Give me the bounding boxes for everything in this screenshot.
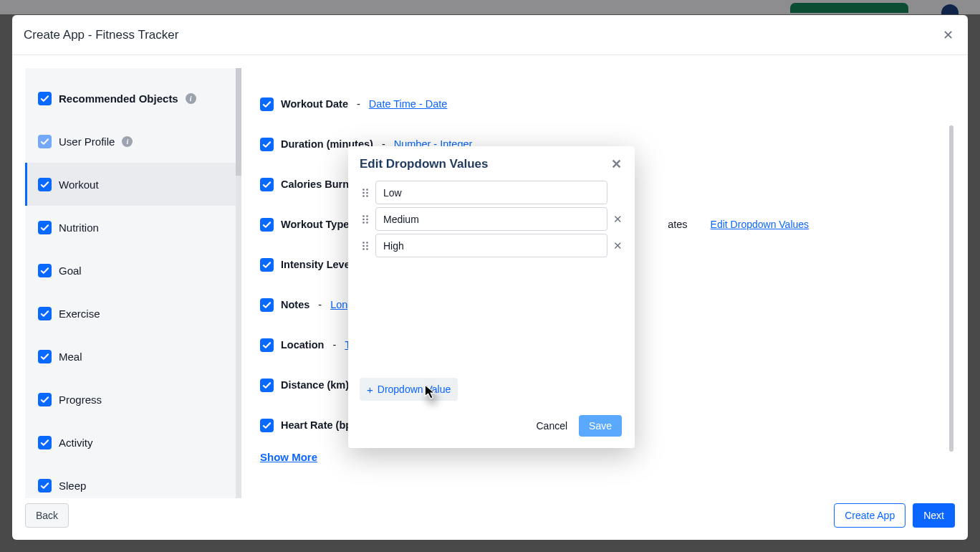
field-type-link[interactable]: Date Time - Date xyxy=(369,98,448,110)
modal-footer: Back Create App Next xyxy=(25,500,955,531)
svg-point-5 xyxy=(366,195,368,197)
svg-point-7 xyxy=(366,215,368,217)
checkbox-icon[interactable] xyxy=(38,178,52,191)
main-scrollbar-track[interactable] xyxy=(948,68,955,498)
svg-point-1 xyxy=(366,189,368,191)
popup-header: Edit Dropdown Values ✕ xyxy=(348,146,635,176)
truncated-text: ates xyxy=(668,219,687,230)
sidebar-item-label: Recommended Objects xyxy=(59,92,178,105)
svg-point-14 xyxy=(362,244,365,247)
sidebar-item-label: Exercise xyxy=(59,308,100,320)
svg-point-0 xyxy=(362,189,365,191)
sidebar-item-recommended-objects[interactable]: Recommended Objectsi xyxy=(25,77,241,120)
sidebar-item-exercise[interactable]: Exercise xyxy=(25,292,241,335)
checkbox-icon[interactable] xyxy=(38,221,52,234)
popup-footer: Cancel Save xyxy=(348,401,635,448)
checkbox-icon[interactable] xyxy=(38,135,52,148)
checkbox-icon[interactable] xyxy=(38,264,52,277)
popup-close-icon[interactable]: ✕ xyxy=(611,156,622,172)
checkbox-icon[interactable] xyxy=(38,92,52,105)
svg-point-6 xyxy=(362,215,365,217)
svg-point-9 xyxy=(366,218,368,220)
back-button[interactable]: Back xyxy=(25,503,69,528)
next-button[interactable]: Next xyxy=(913,503,955,528)
info-icon[interactable]: i xyxy=(122,136,133,147)
dropdown-value-input[interactable] xyxy=(375,234,607,257)
sidebar-item-meal[interactable]: Meal xyxy=(25,335,241,378)
drag-handle-icon[interactable] xyxy=(360,188,371,198)
edit-dropdown-popup: Edit Dropdown Values ✕ ✕✕✕ + Dropdown Va… xyxy=(348,146,635,448)
plus-icon: + xyxy=(367,384,373,395)
modal-header: Create App - Fitness Tracker ✕ xyxy=(12,15,968,55)
field-checkbox[interactable] xyxy=(260,97,274,111)
footer-right-actions: Create App Next xyxy=(834,503,955,528)
objects-sidebar: Recommended ObjectsiUser ProfileiWorkout… xyxy=(25,68,241,498)
sidebar-item-label: Meal xyxy=(59,351,82,363)
modal-title: Create App - Fitness Tracker xyxy=(24,28,178,42)
main-scrollbar-thumb[interactable] xyxy=(949,125,953,452)
close-icon[interactable]: ✕ xyxy=(943,27,953,43)
field-checkbox[interactable] xyxy=(260,218,274,232)
sidebar-scrollbar-thumb[interactable] xyxy=(236,68,241,176)
svg-point-8 xyxy=(362,218,365,220)
field-checkbox[interactable] xyxy=(260,178,274,191)
field-checkbox[interactable] xyxy=(260,338,274,352)
checkbox-icon[interactable] xyxy=(38,479,52,492)
sidebar-item-label: User Profile xyxy=(59,135,115,148)
checkbox-icon[interactable] xyxy=(38,436,52,449)
add-dropdown-value-button[interactable]: + Dropdown Value xyxy=(360,378,458,401)
dropdown-value-input[interactable] xyxy=(375,207,607,231)
sidebar-item-label: Activity xyxy=(59,437,93,449)
field-checkbox[interactable] xyxy=(260,379,274,392)
field-name-label: Workout Date xyxy=(281,98,348,110)
dropdown-value-row: ✕ xyxy=(360,181,623,204)
show-more-link[interactable]: Show More xyxy=(260,451,936,463)
sidebar-item-user-profile[interactable]: User Profilei xyxy=(25,120,241,163)
checkbox-icon[interactable] xyxy=(38,393,52,406)
svg-point-13 xyxy=(366,242,368,244)
sidebar-item-goal[interactable]: Goal xyxy=(25,249,241,292)
sidebar-item-label: Nutrition xyxy=(59,222,99,234)
sidebar-item-progress[interactable]: Progress xyxy=(25,378,241,421)
separator: - xyxy=(318,299,322,310)
field-checkbox[interactable] xyxy=(260,419,274,432)
save-button[interactable]: Save xyxy=(579,415,622,437)
checkbox-icon[interactable] xyxy=(38,350,52,363)
dropdown-value-input[interactable] xyxy=(375,181,607,204)
dropdown-value-row: ✕ xyxy=(360,234,623,257)
sidebar-item-workout[interactable]: Workout xyxy=(25,163,241,206)
field-name-label: Distance (km) xyxy=(281,379,349,391)
field-checkbox[interactable] xyxy=(260,258,274,272)
remove-value-icon[interactable]: ✕ xyxy=(612,213,623,226)
cancel-button[interactable]: Cancel xyxy=(536,420,567,432)
svg-point-2 xyxy=(362,191,365,194)
separator: - xyxy=(332,339,336,351)
popup-title: Edit Dropdown Values xyxy=(360,157,488,171)
sidebar-item-nutrition[interactable]: Nutrition xyxy=(25,206,241,249)
svg-point-12 xyxy=(362,242,365,244)
svg-point-17 xyxy=(366,248,368,250)
sidebar-item-label: Sleep xyxy=(59,480,86,492)
field-checkbox[interactable] xyxy=(260,298,274,312)
sidebar-item-label: Progress xyxy=(59,394,102,406)
svg-point-3 xyxy=(366,191,368,194)
popup-spacer xyxy=(348,257,635,378)
field-name-label: Intensity Level xyxy=(281,259,353,270)
svg-point-10 xyxy=(362,222,365,224)
sidebar-item-activity[interactable]: Activity xyxy=(25,421,241,464)
separator: - xyxy=(357,98,360,110)
field-checkbox[interactable] xyxy=(260,138,274,151)
drag-handle-icon[interactable] xyxy=(360,214,371,224)
checkbox-icon[interactable] xyxy=(38,307,52,320)
field-name-label: Location xyxy=(281,339,324,351)
edit-dropdown-values-link[interactable]: Edit Dropdown Values xyxy=(711,219,809,230)
drag-handle-icon[interactable] xyxy=(360,241,371,251)
field-row: Workout Date - Date Time - Date xyxy=(260,84,936,124)
create-app-button[interactable]: Create App xyxy=(834,503,905,528)
sidebar-scrollbar-track[interactable] xyxy=(236,68,241,498)
sidebar-item-label: Goal xyxy=(59,265,82,277)
sidebar-item-label: Workout xyxy=(59,179,99,191)
dropdown-value-row: ✕ xyxy=(360,207,623,231)
info-icon[interactable]: i xyxy=(186,93,196,104)
remove-value-icon[interactable]: ✕ xyxy=(612,239,623,252)
